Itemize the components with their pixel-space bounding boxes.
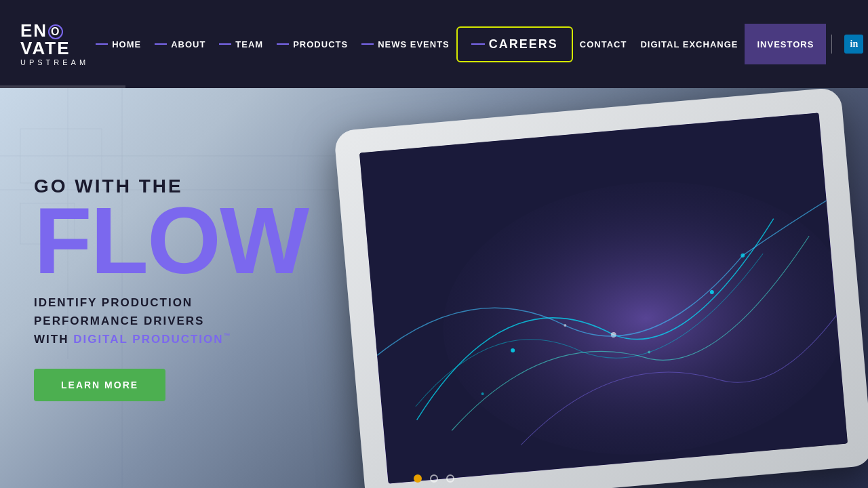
logo[interactable]: ENOVATE UPSTREAM: [20, 22, 89, 66]
hero-content: GO WITH THE FLOW IDENTIFY PRODUCTION PER…: [34, 175, 308, 401]
logo-o-circle: O: [48, 24, 63, 39]
nav-line-about: [155, 43, 167, 45]
nav-line-careers: [471, 43, 485, 45]
tablet-device: [279, 88, 868, 488]
logo-subtitle: UPSTREAM: [20, 58, 89, 66]
learn-more-button[interactable]: LEARN MORE: [34, 369, 165, 401]
nav-investors[interactable]: INVESTORS: [757, 39, 814, 49]
nav-careers[interactable]: CAREERS: [456, 26, 573, 62]
nav-team[interactable]: TEAM: [212, 34, 270, 55]
carousel-dot-1[interactable]: [414, 474, 422, 483]
header: ENOVATE UPSTREAM HOME ABOUT TEAM PRODUCT…: [0, 0, 868, 88]
nav-line-home: [96, 43, 108, 45]
nav-line-team: [219, 43, 231, 45]
nav-digital-exchange[interactable]: DIGITAL EXCHANGE: [633, 34, 745, 55]
hero-section: GO WITH THE FLOW IDENTIFY PRODUCTION PER…: [0, 88, 868, 488]
hero-flow: FLOW: [34, 198, 308, 283]
linkedin-icon[interactable]: in: [844, 35, 863, 54]
nav-news-events[interactable]: NEWS EVENTS: [355, 34, 456, 55]
hero-trademark: ™: [224, 332, 232, 340]
logo-text: ENOVATE: [20, 22, 89, 57]
nav-products[interactable]: PRODUCTS: [270, 34, 355, 55]
carousel-dot-2[interactable]: [430, 474, 438, 483]
carousel-dot-3[interactable]: [446, 474, 454, 483]
hero-digital-production: DIGITAL PRODUCTION: [73, 333, 223, 346]
tablet-screen: [359, 113, 848, 483]
nav-line-news: [361, 43, 374, 45]
nav-divider: [831, 35, 832, 54]
tablet-body: [334, 88, 868, 488]
header-bottom-line: [0, 85, 125, 88]
nav-line-products: [277, 43, 289, 45]
nav-home[interactable]: HOME: [89, 34, 148, 55]
nav-investors-section: INVESTORS: [745, 24, 826, 64]
social-icons-group: in 𝕏: [844, 35, 868, 54]
nav-about[interactable]: ABOUT: [148, 34, 212, 55]
main-nav: HOME ABOUT TEAM PRODUCTS NEWS EVENTS CAR…: [89, 24, 868, 64]
nav-contact[interactable]: CONTACT: [573, 34, 634, 55]
hero-subtitle: IDENTIFY PRODUCTION PERFORMANCE DRIVERS …: [34, 293, 308, 349]
carousel-dots: [414, 474, 454, 483]
